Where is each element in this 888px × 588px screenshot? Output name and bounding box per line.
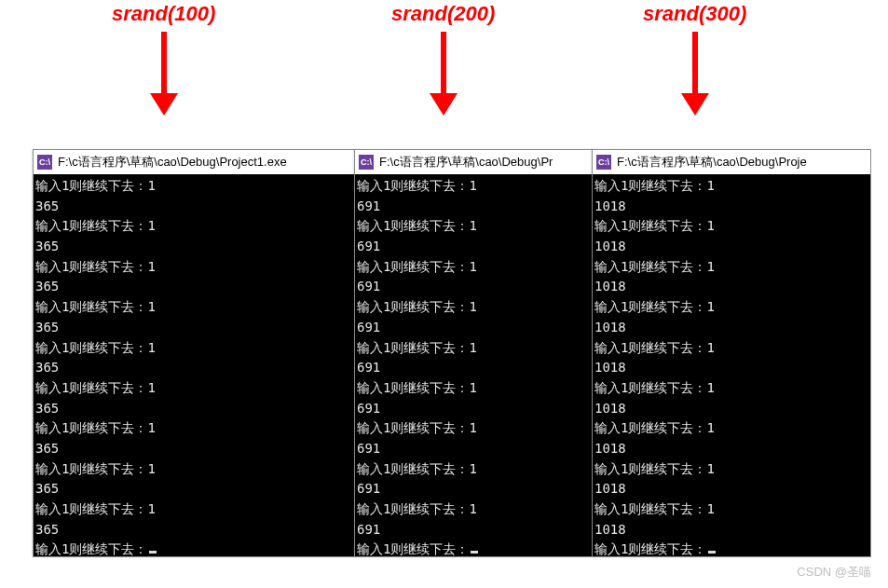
title-bar[interactable]: C:\ F:\c语言程序\草稿\cao\Debug\Proje: [593, 150, 870, 174]
console-window-3: C:\ F:\c语言程序\草稿\cao\Debug\Proje 输入1则继续下去…: [592, 149, 871, 557]
label-group-3: srand(300): [643, 2, 746, 116]
label-group-2: srand(200): [391, 2, 495, 116]
console-output[interactable]: 输入1则继续下去：1 365 输入1则继续下去：1 365 输入1则继续下去：1…: [34, 174, 358, 556]
cursor-icon: [471, 551, 478, 554]
down-arrow-icon: [681, 32, 709, 116]
title-text: F:\c语言程序\草稿\cao\Debug\Proje: [617, 154, 807, 171]
console-app-icon: C:\: [359, 155, 374, 170]
down-arrow-icon: [430, 32, 458, 116]
console-app-icon: C:\: [37, 155, 52, 170]
console-window-2: C:\ F:\c语言程序\草稿\cao\Debug\Pr 输入1则继续下去：1 …: [354, 149, 596, 557]
title-text: F:\c语言程序\草稿\cao\Debug\Pr: [379, 154, 553, 171]
label-group-1: srand(100): [112, 2, 215, 116]
cursor-icon: [149, 551, 157, 554]
label-1-text: srand(100): [112, 2, 215, 26]
title-text: F:\c语言程序\草稿\cao\Debug\Project1.exe: [58, 154, 287, 171]
title-bar[interactable]: C:\ F:\c语言程序\草稿\cao\Debug\Project1.exe: [34, 150, 358, 174]
console-output[interactable]: 输入1则继续下去：1 691 输入1则继续下去：1 691 输入1则继续下去：1…: [355, 174, 595, 556]
label-2-text: srand(200): [391, 2, 495, 26]
console-output[interactable]: 输入1则继续下去：1 1018 输入1则继续下去：1 1018 输入1则继续下去…: [593, 174, 870, 556]
title-bar[interactable]: C:\ F:\c语言程序\草稿\cao\Debug\Pr: [355, 150, 595, 174]
console-app-icon: C:\: [596, 155, 611, 170]
label-3-text: srand(300): [643, 2, 746, 26]
console-window-1: C:\ F:\c语言程序\草稿\cao\Debug\Project1.exe 输…: [33, 149, 359, 557]
down-arrow-icon: [150, 32, 178, 116]
watermark: CSDN @圣喵: [797, 564, 871, 581]
consoles-container: C:\ F:\c语言程序\草稿\cao\Debug\Project1.exe 输…: [33, 149, 871, 557]
cursor-icon: [708, 551, 716, 554]
